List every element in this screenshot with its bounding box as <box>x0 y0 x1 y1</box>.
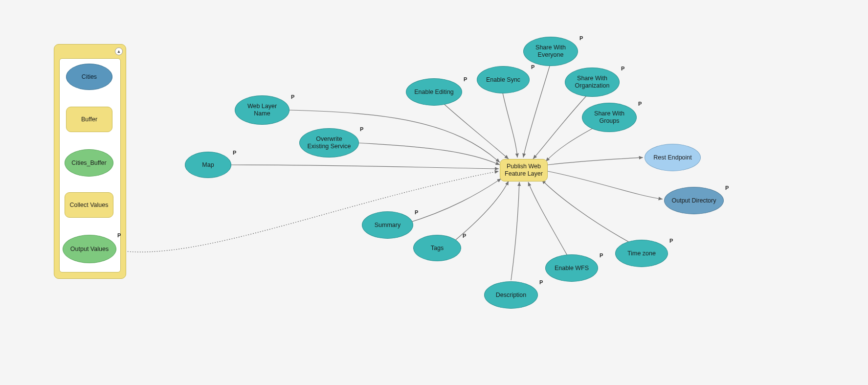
node-label: Overwrite Existing Service <box>308 136 351 150</box>
node-label: Share With Everyone <box>535 44 566 59</box>
p-badge: P <box>579 35 583 41</box>
node-collect-values[interactable]: Collect Values <box>65 192 113 218</box>
node-overwrite[interactable]: Overwrite Existing Service <box>299 128 359 158</box>
node-buffer[interactable]: Buffer <box>66 107 112 132</box>
node-enable-editing[interactable]: Enable Editing <box>406 78 462 106</box>
p-badge: P <box>600 252 603 258</box>
node-map[interactable]: Map <box>185 152 231 178</box>
node-tags[interactable]: Tags <box>413 235 461 261</box>
p-badge: P <box>531 64 534 70</box>
node-enable-sync[interactable]: Enable Sync <box>477 66 530 93</box>
node-label: Output Directory <box>671 197 716 204</box>
p-badge: P <box>725 185 729 191</box>
node-publish-web-feature-layer[interactable]: Publish Web Feature Layer <box>500 159 548 181</box>
node-label: Enable Editing <box>414 89 454 96</box>
node-share-org[interactable]: Share With Organization <box>565 68 620 97</box>
p-badge: P <box>291 94 294 100</box>
node-label: Share With Organization <box>575 75 610 90</box>
p-badge: P <box>539 279 543 285</box>
p-badge: P <box>233 150 236 156</box>
node-label: Publish Web Feature Layer <box>505 163 543 178</box>
node-web-layer-name[interactable]: Web Layer Name <box>235 95 289 125</box>
node-summary[interactable]: Summary <box>362 211 413 239</box>
node-cities[interactable]: Cities <box>66 64 112 90</box>
model-canvas[interactable]: ▲ Cities Buffer Cities_Buffer Collect Va… <box>0 0 868 385</box>
connectors-layer <box>0 0 868 385</box>
p-badge: P <box>360 126 363 132</box>
p-badge: P <box>669 238 673 244</box>
node-label: Enable Sync <box>486 76 520 84</box>
p-badge: P <box>463 233 466 239</box>
node-label: Description <box>496 292 527 299</box>
node-label: Collect Values <box>70 202 109 209</box>
group-collapse-button[interactable]: ▲ <box>115 47 123 55</box>
node-enable-wfs[interactable]: Enable WFS <box>545 254 598 282</box>
node-label: Output Values <box>70 246 109 253</box>
node-cities-buffer[interactable]: Cities_Buffer <box>65 149 113 177</box>
chevron-up-icon: ▲ <box>117 49 121 54</box>
p-badge: P <box>621 66 624 71</box>
node-share-everyone[interactable]: Share With Everyone <box>523 37 578 66</box>
node-label: Tags <box>431 245 444 252</box>
node-label: Summary <box>375 222 401 229</box>
node-label: Cities <box>82 73 97 81</box>
node-label: Map <box>202 161 214 169</box>
p-badge: P <box>464 76 467 82</box>
node-label: Cities_Buffer <box>71 159 106 167</box>
node-label: Rest Endpoint <box>653 154 692 161</box>
node-output-dir[interactable]: Output Directory <box>664 187 724 214</box>
node-label: Share With Groups <box>594 110 624 125</box>
p-badge: P <box>415 209 418 215</box>
node-label: Enable WFS <box>555 265 589 272</box>
node-label: Time zone <box>627 250 656 257</box>
node-share-groups[interactable]: Share With Groups <box>582 103 637 132</box>
node-rest-endpoint[interactable]: Rest Endpoint <box>645 144 701 171</box>
p-badge: P <box>638 101 642 107</box>
node-time-zone[interactable]: Time zone <box>615 240 668 267</box>
node-label: Web Layer Name <box>247 103 277 117</box>
node-output-values[interactable]: Output Values <box>63 235 116 263</box>
p-badge: P <box>117 232 121 238</box>
node-label: Buffer <box>81 116 97 123</box>
node-description[interactable]: Description <box>484 281 538 309</box>
